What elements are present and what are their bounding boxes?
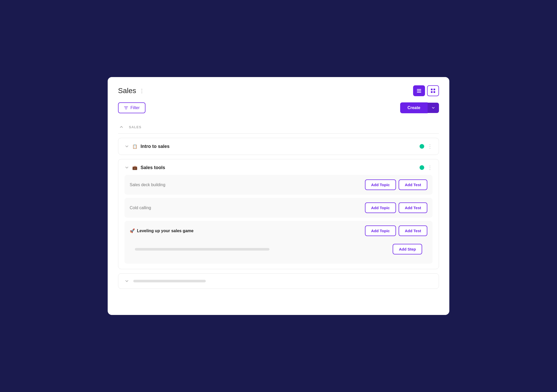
- status-dot-sales-tools: [420, 165, 424, 170]
- add-topic-button-cold-calling[interactable]: Add Topic: [365, 202, 396, 213]
- filter-button[interactable]: Filter: [118, 102, 145, 113]
- course-card-intro: 📋 Intro to sales ⋮: [118, 138, 439, 155]
- sub-item-title-cold-calling: Cold calling: [130, 206, 151, 210]
- list-view-button[interactable]: [413, 85, 425, 96]
- leveling-up-icon: 🚀: [130, 228, 135, 233]
- add-test-button-leveling-up[interactable]: Add Test: [399, 225, 427, 236]
- course-icon-sales-tools: 💼: [132, 165, 137, 170]
- header: Sales ⋮: [118, 85, 439, 96]
- svg-rect-5: [431, 91, 433, 93]
- svg-rect-4: [434, 89, 435, 90]
- svg-rect-2: [417, 92, 421, 93]
- course-header-sales-tools: 💼 Sales tools ⋮: [124, 164, 433, 171]
- grid-view-icon: [430, 88, 436, 94]
- course-title-row-intro: 📋 Intro to sales: [124, 144, 170, 149]
- collapsed-title-placeholder: [133, 280, 206, 282]
- list-item: Sales deck building Add Topic Add Test: [124, 175, 433, 195]
- svg-rect-6: [434, 91, 435, 93]
- add-step-button[interactable]: Add Step: [393, 244, 422, 254]
- toolbar: Filter Create: [118, 102, 439, 113]
- course-collapse-intro[interactable]: [124, 144, 129, 149]
- header-right: [413, 85, 439, 96]
- section-header: SALES: [118, 122, 439, 134]
- sub-items-sales-tools: Sales deck building Add Topic Add Test C…: [124, 175, 433, 264]
- app-container: Sales ⋮: [108, 77, 449, 315]
- step-placeholder: [135, 248, 269, 251]
- add-test-button-sales-deck[interactable]: Add Test: [399, 179, 427, 190]
- chevron-down-icon-intro: [124, 144, 129, 149]
- course-collapse-collapsed[interactable]: [124, 279, 129, 283]
- filter-label: Filter: [130, 105, 140, 110]
- svg-rect-1: [417, 91, 421, 91]
- svg-rect-0: [417, 89, 421, 90]
- status-dot-intro: [420, 144, 424, 149]
- course-title-row-sales-tools: 💼 Sales tools: [124, 165, 165, 170]
- course-more-icon-sales-tools[interactable]: ⋮: [427, 164, 433, 171]
- chevron-down-icon: [431, 106, 435, 110]
- section-label: SALES: [129, 125, 141, 129]
- filter-icon: [124, 105, 128, 110]
- course-card-sales-tools: 💼 Sales tools ⋮ Sales deck building Add …: [118, 159, 439, 269]
- sub-item-title-sales-deck: Sales deck building: [130, 183, 165, 187]
- sub-item-actions-sales-deck: Add Topic Add Test: [365, 179, 427, 190]
- leveling-up-title-row: 🚀 Leveling up your sales game: [130, 228, 194, 233]
- more-options-icon[interactable]: ⋮: [139, 88, 144, 94]
- course-icon-intro: 📋: [132, 144, 137, 149]
- list-item: 🚀 Leveling up your sales game Add Topic …: [124, 221, 433, 264]
- create-btn-group: Create: [400, 102, 439, 113]
- course-more-icon-intro[interactable]: ⋮: [427, 143, 433, 149]
- step-sub-item: Add Step: [130, 239, 427, 259]
- add-topic-button-sales-deck[interactable]: Add Topic: [365, 179, 396, 190]
- sub-item-actions-cold-calling: Add Topic Add Test: [365, 202, 427, 213]
- course-card-collapsed: [118, 273, 439, 289]
- create-dropdown-button[interactable]: [428, 103, 439, 113]
- course-title-intro: Intro to sales: [141, 144, 170, 149]
- page-title: Sales: [118, 87, 136, 95]
- list-view-icon: [416, 88, 422, 94]
- course-actions-sales-tools: ⋮: [420, 164, 433, 171]
- add-test-button-cold-calling[interactable]: Add Test: [399, 202, 427, 213]
- course-title-sales-tools: Sales tools: [141, 165, 165, 170]
- leveling-up-header: 🚀 Leveling up your sales game Add Topic …: [130, 225, 427, 236]
- grid-view-button[interactable]: [427, 85, 439, 96]
- sub-item-actions-leveling-up: Add Topic Add Test: [365, 225, 427, 236]
- create-button[interactable]: Create: [400, 102, 428, 113]
- chevron-down-icon-sales-tools: [124, 165, 129, 170]
- sub-item-title-leveling-up: Leveling up your sales game: [137, 229, 194, 233]
- chevron-up-icon: [119, 125, 124, 129]
- add-topic-button-leveling-up[interactable]: Add Topic: [365, 225, 396, 236]
- course-collapse-sales-tools[interactable]: [124, 165, 129, 170]
- course-header-intro: 📋 Intro to sales ⋮: [124, 143, 433, 149]
- section-collapse-button[interactable]: [118, 124, 125, 130]
- header-left: Sales ⋮: [118, 87, 144, 95]
- course-actions-intro: ⋮: [420, 143, 433, 149]
- chevron-down-icon-collapsed: [124, 279, 129, 283]
- list-item: Cold calling Add Topic Add Test: [124, 198, 433, 218]
- svg-rect-3: [431, 89, 433, 90]
